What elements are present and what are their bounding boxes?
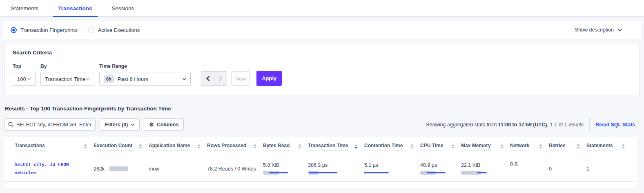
- column-header-execution-count[interactable]: Execution Count: [94, 143, 149, 150]
- transactions-table: Transactions Execution Count Application…: [4, 137, 637, 188]
- search-icon: [8, 122, 13, 127]
- cell-contention-time: 5.1 µs: [364, 162, 420, 175]
- aggregated-stats-text: Showing aggregated stats from 11:00 to 1…: [426, 122, 584, 128]
- cell-application-name: movr: [149, 166, 207, 172]
- sort-icon[interactable]: [622, 144, 625, 149]
- by-select-value: Transaction Time: [45, 76, 85, 82]
- divider: [589, 119, 590, 131]
- tab-statements[interactable]: Statements: [7, 0, 42, 17]
- column-header-transactions[interactable]: Transactions: [15, 143, 94, 150]
- enter-hint: Enter: [79, 122, 91, 128]
- table-header-row: Transactions Execution Count Application…: [4, 137, 637, 156]
- chevron-down-icon: [86, 78, 90, 80]
- mean-bar: [309, 172, 337, 173]
- stats-time-range: 11:00 to 17:59 (UTC): [498, 122, 547, 128]
- next-window-button[interactable]: [214, 72, 227, 85]
- sort-icon[interactable]: [197, 144, 201, 149]
- now-button[interactable]: Now: [231, 71, 250, 86]
- chevron-down-icon: [131, 123, 134, 126]
- time-range-field: Time Range 6h Past 6 Hours: [99, 63, 191, 86]
- cell-cpu-time: 40.9 µs: [420, 162, 461, 175]
- column-header-bytes-read[interactable]: Bytes Read: [263, 143, 308, 150]
- radio-active-executions[interactable]: Active Executions: [88, 27, 140, 33]
- chevron-down-icon: [182, 78, 186, 80]
- sort-icon[interactable]: [451, 144, 455, 149]
- gear-icon: ⚙: [149, 122, 154, 127]
- cell-transaction-time: 386.3 µs: [308, 162, 364, 175]
- cell-bytes-read: 5.8 KiB: [263, 162, 308, 175]
- chevron-down-icon: [27, 78, 31, 80]
- view-mode-radio-group: Transaction Fingerprints Active Executio…: [11, 27, 140, 33]
- column-header-application-name[interactable]: Application Name: [149, 143, 207, 150]
- apply-button[interactable]: Apply: [256, 71, 282, 86]
- sort-icon-active-desc[interactable]: [354, 144, 358, 149]
- cell-execution-count: 262k: [94, 166, 149, 172]
- radio-label: Active Executions: [98, 27, 140, 33]
- column-header-network[interactable]: Network: [510, 143, 549, 150]
- columns-label: Columns: [157, 122, 178, 128]
- search-criteria-title: Search Criteria: [13, 49, 631, 56]
- by-select[interactable]: Transaction Time: [40, 72, 94, 86]
- top-select[interactable]: 100: [13, 72, 36, 86]
- time-range-badge: 6h: [104, 75, 114, 83]
- column-header-contention-time[interactable]: Contention Time: [364, 143, 420, 150]
- top-field: Top 100: [13, 63, 36, 86]
- time-range-label: Time Range: [99, 63, 191, 69]
- transaction-link[interactable]: SELECT city, id FROM vehicles: [15, 161, 87, 177]
- sort-icon[interactable]: [577, 144, 580, 149]
- table-row: SELECT city, id FROM vehicles 262k movr …: [4, 156, 637, 182]
- show-description-label: Show description: [575, 27, 614, 33]
- cell-transaction-fingerprint: SELECT city, id FROM vehicles: [15, 161, 94, 177]
- column-header-retries[interactable]: Retries: [549, 143, 586, 150]
- sort-icon[interactable]: [539, 144, 542, 149]
- column-header-max-memory[interactable]: Max Memory: [461, 143, 510, 150]
- by-label: By: [40, 63, 94, 69]
- filters-label: Filters (0): [105, 122, 128, 128]
- filters-button[interactable]: Filters (0): [100, 118, 140, 131]
- radio-transaction-fingerprints[interactable]: Transaction Fingerprints: [11, 27, 78, 33]
- results-heading: Results - Top 100 Transaction Fingerprin…: [5, 105, 644, 112]
- cell-retries: 0: [549, 166, 586, 172]
- radio-selected-icon[interactable]: [11, 27, 17, 33]
- cell-rows-processed: 78.2 Reads / 0 Writes: [207, 166, 263, 172]
- time-range-value: Past 6 Hours: [118, 76, 148, 82]
- column-header-statements[interactable]: Statements: [586, 143, 631, 150]
- radio-label: Transaction Fingerprints: [20, 27, 78, 33]
- columns-button[interactable]: ⚙ Columns: [144, 118, 184, 131]
- search-box[interactable]: SELECT city, id FROM vehicles W Enter: [4, 118, 96, 131]
- column-header-rows-processed[interactable]: Rows Processed: [207, 143, 263, 150]
- top-label: Top: [13, 63, 36, 69]
- show-description-toggle[interactable]: Show description: [575, 27, 633, 33]
- cell-max-memory: 22.1 KiB: [461, 162, 510, 175]
- cell-network: 0 B: [510, 156, 549, 167]
- time-range-select[interactable]: 6h Past 6 Hours: [99, 72, 191, 86]
- top-select-value: 100: [17, 76, 26, 82]
- search-input[interactable]: SELECT city, id FROM vehicles W: [16, 122, 76, 128]
- column-header-cpu-time[interactable]: CPU Time: [420, 143, 461, 150]
- sort-icon[interactable]: [253, 144, 256, 149]
- time-window-pager: [201, 71, 227, 86]
- sort-icon[interactable]: [84, 144, 87, 149]
- tab-sessions[interactable]: Sessions: [108, 0, 138, 17]
- tab-transactions[interactable]: Transactions: [54, 0, 96, 17]
- sort-icon[interactable]: [298, 144, 301, 149]
- previous-window-button[interactable]: [201, 72, 214, 85]
- chevron-right-icon: [219, 76, 222, 81]
- sort-icon[interactable]: [139, 144, 142, 149]
- mean-bar: [427, 172, 446, 173]
- view-mode-bar: Transaction Fingerprints Active Executio…: [3, 21, 641, 39]
- mean-bar: [269, 172, 288, 173]
- by-field: By Transaction Time: [40, 63, 94, 86]
- chevron-left-icon: [206, 76, 209, 81]
- sort-icon[interactable]: [410, 144, 414, 149]
- search-criteria-card: Search Criteria Top 100 By Transaction T…: [4, 43, 640, 95]
- chevron-down-icon: [617, 29, 622, 31]
- column-header-transaction-time[interactable]: Transaction Time: [308, 143, 364, 150]
- execution-count-bar: [109, 166, 128, 171]
- radio-unselected-icon[interactable]: [88, 27, 94, 33]
- page-tabbar: Statements Transactions Sessions: [0, 0, 644, 17]
- reset-sql-stats-link[interactable]: Reset SQL Stats: [595, 122, 635, 128]
- mean-bar: [364, 172, 389, 173]
- mean-bar: [477, 172, 487, 173]
- sort-icon[interactable]: [500, 144, 504, 149]
